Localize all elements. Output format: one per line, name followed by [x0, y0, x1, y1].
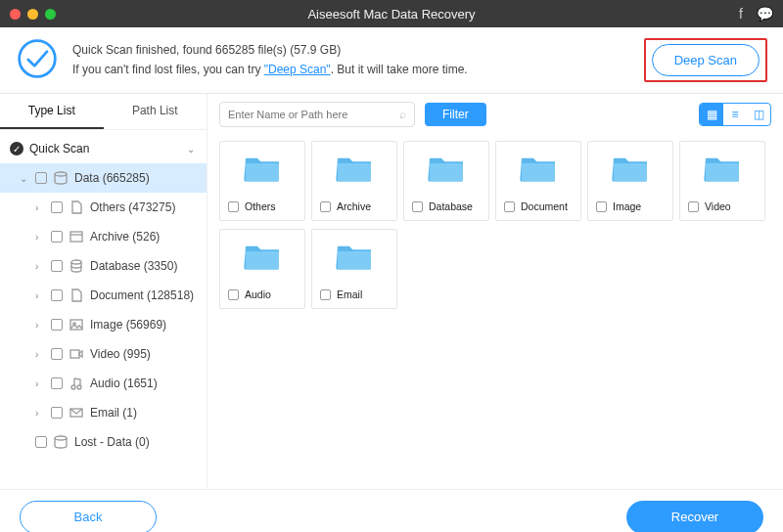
checkbox[interactable] [51, 231, 63, 243]
folder-card[interactable]: Archive [311, 141, 397, 221]
doc-icon [69, 288, 84, 303]
titlebar: Aiseesoft Mac Data Recovery f 💬 [0, 0, 783, 27]
tab-path-list[interactable]: Path List [104, 94, 207, 129]
checkbox[interactable] [320, 289, 331, 300]
tree-item-label: Database (3350) [90, 259, 177, 273]
toolbar: ⌕ Filter ▦ ≡ ◫ [207, 94, 783, 135]
total-size: 57.9 GB [294, 43, 337, 57]
tree-item[interactable]: ›Document (128518) [0, 281, 207, 310]
tree-item[interactable]: ›Image (56969) [0, 310, 207, 339]
tree-item[interactable]: ›Others (473275) [0, 193, 207, 222]
checkbox[interactable] [35, 436, 47, 448]
minimize-window-button[interactable] [27, 9, 38, 20]
checkbox[interactable] [412, 201, 423, 212]
view-grid-button[interactable]: ▦ [700, 104, 723, 125]
view-list-button[interactable]: ≡ [723, 104, 747, 125]
svg-rect-5 [70, 320, 82, 330]
tree-item[interactable]: Lost - Data (0) [0, 427, 207, 457]
folder-icon [334, 152, 375, 185]
checkbox[interactable] [51, 348, 63, 360]
folder-label: Archive [337, 200, 371, 212]
tree-item[interactable]: ›Email (1) [0, 398, 207, 427]
file-tree: ✓ Quick Scan ⌄ ⌄Data (665285)›Others (47… [0, 130, 207, 489]
maximize-window-button[interactable] [45, 9, 56, 20]
back-button[interactable]: Back [20, 501, 157, 533]
folder-label: Others [245, 200, 276, 212]
checkbox[interactable] [504, 201, 515, 212]
chevron-icon: › [35, 261, 45, 272]
folder-card[interactable]: Audio [219, 229, 305, 309]
checkbox[interactable] [228, 289, 239, 300]
deep-scan-button[interactable]: Deep Scan [652, 44, 760, 76]
chevron-icon: ⌄ [20, 173, 29, 184]
file-count: 665285 [215, 43, 254, 57]
checkbox[interactable] [688, 201, 699, 212]
search-input[interactable] [228, 109, 399, 120]
tree-item-label: Video (995) [90, 347, 151, 361]
checkbox[interactable] [320, 201, 331, 212]
tree-item[interactable]: ⌄Data (665285) [0, 163, 207, 193]
folder-label: Database [429, 200, 473, 212]
scan-complete-icon [16, 37, 59, 83]
checkbox[interactable] [228, 201, 239, 212]
svg-point-4 [71, 260, 81, 264]
tree-item[interactable]: ›Database (3350) [0, 251, 207, 281]
deep-scan-link[interactable]: "Deep Scan" [264, 63, 331, 76]
folder-card[interactable]: Others [219, 141, 305, 221]
chevron-icon: › [35, 320, 45, 331]
chevron-icon: › [35, 349, 45, 360]
feedback-icon[interactable]: 💬 [757, 6, 773, 22]
folder-card[interactable]: Database [403, 141, 489, 221]
body: Type List Path List ✓ Quick Scan ⌄ ⌄Data… [0, 94, 783, 489]
quick-scan-row[interactable]: ✓ Quick Scan ⌄ [0, 134, 207, 163]
folder-card[interactable]: Video [679, 141, 765, 221]
folder-icon [242, 152, 283, 185]
results-grid: OthersArchiveDatabaseDocumentImageVideoA… [207, 135, 783, 489]
checkbox[interactable] [51, 377, 63, 389]
facebook-icon[interactable]: f [739, 6, 743, 22]
tab-type-list[interactable]: Type List [0, 94, 104, 129]
svg-point-9 [77, 385, 81, 389]
video-icon [69, 346, 84, 362]
tree-item[interactable]: ›Video (995) [0, 339, 207, 369]
folder-icon [334, 240, 375, 273]
search-box[interactable]: ⌕ [219, 102, 415, 127]
sidebar-tabs: Type List Path List [0, 94, 207, 130]
search-icon: ⌕ [399, 108, 406, 121]
folder-label: Document [521, 200, 568, 212]
card-footer: Audio [220, 283, 304, 308]
chevron-down-icon: ⌄ [187, 144, 197, 155]
checkbox[interactable] [51, 407, 63, 419]
sidebar: Type List Path List ✓ Quick Scan ⌄ ⌄Data… [0, 94, 207, 489]
chevron-icon: › [35, 232, 45, 243]
tree-item-label: Others (473275) [90, 200, 175, 214]
folder-card[interactable]: Document [495, 141, 581, 221]
email-icon [69, 405, 84, 421]
tree-item[interactable]: ›Archive (526) [0, 222, 207, 251]
folder-icon [610, 152, 651, 185]
checkbox[interactable] [35, 172, 47, 184]
view-detail-button[interactable]: ◫ [747, 104, 770, 125]
chevron-icon: › [35, 290, 45, 301]
chevron-icon: › [35, 408, 45, 419]
traffic-lights [10, 9, 56, 20]
tree-item-label: Document (128518) [90, 288, 194, 302]
tree-item[interactable]: ›Audio (1651) [0, 369, 207, 398]
audio-icon [69, 376, 84, 391]
close-window-button[interactable] [10, 9, 21, 20]
checkbox[interactable] [51, 201, 63, 213]
folder-card[interactable]: Email [311, 229, 397, 309]
card-footer: Database [404, 195, 488, 220]
quick-scan-label: Quick Scan [29, 142, 181, 155]
checkbox[interactable] [596, 201, 607, 212]
folder-label: Image [613, 200, 641, 212]
recover-button[interactable]: Recover [626, 501, 763, 533]
checkbox[interactable] [51, 319, 63, 331]
card-footer: Document [496, 195, 580, 220]
card-footer: Email [312, 283, 396, 308]
checkbox[interactable] [51, 289, 63, 301]
doc-icon [69, 200, 84, 215]
filter-button[interactable]: Filter [425, 103, 486, 126]
folder-card[interactable]: Image [587, 141, 673, 221]
checkbox[interactable] [51, 260, 63, 272]
